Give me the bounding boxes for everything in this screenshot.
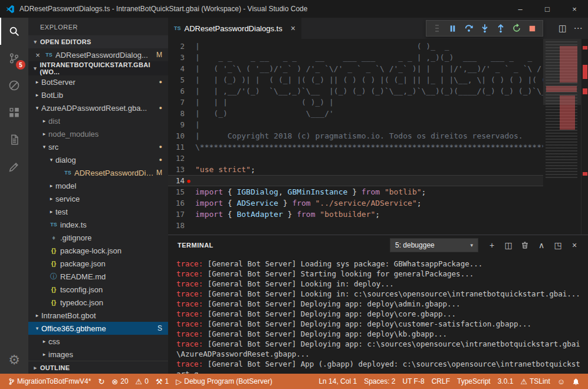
- step-out-button[interactable]: [492, 21, 508, 35]
- file-item[interactable]: ⓘREADME.md: [28, 270, 168, 283]
- folder-item[interactable]: ▸images: [28, 348, 168, 361]
- code-editor[interactable]: 2| ( )_ _ |3| _ _ _ __ _ _ __ ___ ___ _ …: [168, 39, 588, 235]
- file-item[interactable]: {}typedoc.json: [28, 296, 168, 309]
- drag-handle[interactable]: [429, 21, 445, 35]
- item-name: tsconfig.json: [60, 285, 103, 294]
- folder-item[interactable]: ▸BotLib: [28, 88, 168, 101]
- line-number: 6: [168, 87, 195, 95]
- feedback[interactable]: ☺: [554, 374, 569, 389]
- minimize-button[interactable]: –: [507, 0, 534, 18]
- more-actions-button[interactable]: ⋯: [570, 23, 586, 34]
- encoding[interactable]: UT F-8: [399, 374, 428, 389]
- outline-header[interactable]: ▸ OUTLINE: [28, 361, 168, 374]
- split-editor-button[interactable]: ◫: [555, 23, 570, 34]
- typescript-version[interactable]: 3.0.1: [494, 374, 517, 389]
- cursor-position[interactable]: Ln 14, Col 1: [315, 374, 360, 389]
- step-over-button[interactable]: [461, 21, 477, 35]
- code-line[interactable]: 13"use strict";: [168, 164, 543, 175]
- code-line[interactable]: 18: [168, 220, 543, 231]
- file-item[interactable]: {}tsconfig.json: [28, 283, 168, 296]
- warnings[interactable]: ⚠0: [132, 374, 152, 389]
- language-mode[interactable]: TypeScript: [454, 374, 494, 389]
- code-text: | _ _ _ __ _ _ __ ___ ___ _ _ | ,_)(_) _…: [195, 53, 543, 62]
- close-tab-icon[interactable]: ×: [291, 24, 295, 33]
- file-item[interactable]: ♦.gitignore: [28, 231, 168, 244]
- minimap[interactable]: [543, 39, 581, 235]
- folder-item[interactable]: ▾src●: [28, 140, 168, 153]
- folder-item[interactable]: ▸model: [28, 179, 168, 192]
- notifications[interactable]: [569, 374, 583, 389]
- search-icon[interactable]: [0, 18, 28, 45]
- errors[interactable]: ⊗20: [108, 374, 132, 389]
- minimap-slider[interactable]: [543, 39, 581, 105]
- close-editor-icon[interactable]: ×: [33, 51, 42, 60]
- step-into-button[interactable]: [477, 21, 492, 35]
- stop-button[interactable]: [524, 21, 540, 35]
- file-item[interactable]: TSADResetPasswordDial...M: [28, 166, 168, 179]
- code-line[interactable]: 4| ( '_`\ ( '__)/'_` ) /'_ `\/' _ ` _ `\…: [168, 63, 543, 74]
- code-line[interactable]: 5| | (_) )| | ( (_| |( (_) || ( ) ( ) |(…: [168, 74, 543, 85]
- code-line[interactable]: 14●: [168, 175, 543, 186]
- folder-item[interactable]: ▸BotServer●: [28, 75, 168, 88]
- close-button[interactable]: ×: [561, 0, 588, 18]
- code-line[interactable]: 9| |: [168, 119, 543, 130]
- folder-item[interactable]: ▸dist: [28, 114, 168, 127]
- code-line[interactable]: 11\*************************************…: [168, 141, 543, 153]
- sync-changes[interactable]: ↻: [94, 374, 108, 389]
- pause-button[interactable]: [445, 21, 461, 35]
- close-panel-button[interactable]: ×: [567, 238, 582, 252]
- line-number: 5: [168, 75, 195, 84]
- git-branch[interactable]: MigrationToBotFmwV4*: [5, 374, 94, 389]
- folder-item[interactable]: ▸css: [28, 335, 168, 348]
- indentation[interactable]: Spaces: 2: [360, 374, 399, 389]
- code-line[interactable]: 6| | ,__/'(_) `\__,_)`\__ |(_) (_) (_)`\…: [168, 85, 543, 97]
- code-line[interactable]: 15import { IGBDialog, GBMinInstance } fr…: [168, 186, 543, 197]
- debug-icon[interactable]: [0, 72, 28, 99]
- kill-terminal-button[interactable]: [517, 238, 533, 252]
- code-line[interactable]: 16import { ADService } from "../service/…: [168, 197, 543, 209]
- status-label: 1: [165, 377, 169, 385]
- tab-active[interactable]: TS ADResetPasswordDialogs.ts ×: [168, 18, 301, 39]
- open-editor-item[interactable]: ×TSADResetPasswordDialog...M: [28, 48, 168, 61]
- chevron-right-icon: ▸: [40, 131, 48, 137]
- folder-item[interactable]: ▾dialog●: [28, 153, 168, 166]
- maximize-panel-button[interactable]: ∧: [534, 238, 549, 252]
- code-line[interactable]: 7| | | ( )_) | |: [168, 97, 543, 108]
- source-control-icon[interactable]: 5: [0, 45, 28, 72]
- modified-dot-icon: ●: [159, 105, 162, 111]
- extensions-icon[interactable]: [0, 99, 28, 126]
- maximize-button[interactable]: □: [534, 0, 561, 18]
- code-line[interactable]: 3| _ _ _ __ _ _ __ ___ ___ _ _ | ,_)(_) …: [168, 52, 543, 63]
- code-line[interactable]: 8| (_) \___/' |: [168, 108, 543, 119]
- open-editors-header[interactable]: ▾ OPEN EDITORS: [28, 35, 168, 48]
- folder-item[interactable]: ▸service: [28, 192, 168, 205]
- code-line[interactable]: 17import { BotAdapter } from "botbuilder…: [168, 209, 543, 220]
- move-panel-button[interactable]: ◳: [550, 238, 566, 252]
- edit-icon[interactable]: [0, 153, 28, 180]
- file-item[interactable]: {}package.json: [28, 257, 168, 270]
- code-line[interactable]: 12: [168, 153, 543, 164]
- debug-launch[interactable]: ▷Debug Program (BotServer): [172, 374, 275, 389]
- restart-button[interactable]: [508, 21, 524, 35]
- terminal-selector[interactable]: 5: debuggee ▾: [390, 238, 478, 252]
- new-terminal-button[interactable]: +: [484, 238, 500, 252]
- workspace-header[interactable]: ▾ INTRANETBOTQUICKSTART.GBAI (WO...: [28, 61, 168, 75]
- split-terminal-button[interactable]: ◫: [501, 238, 516, 252]
- eol-sequence[interactable]: CRLF: [428, 374, 454, 389]
- code-line[interactable]: 2| ( )_ _ |: [168, 41, 543, 52]
- folder-item[interactable]: ▾AzureADPasswordReset.gba...●: [28, 101, 168, 114]
- terminal-tab[interactable]: TERMINAL: [178, 242, 213, 249]
- terminal-output[interactable]: trace: [General Bot Server] Loading sys …: [168, 255, 588, 374]
- settings-gear-icon[interactable]: ⚙: [0, 347, 28, 374]
- folder-item[interactable]: ▸test: [28, 205, 168, 218]
- folder-item[interactable]: ▾Office365.gbthemeS: [28, 322, 168, 335]
- code-line[interactable]: 10| Copyright 2018 (c) pragmatismo.io. T…: [168, 130, 543, 141]
- file-item[interactable]: {}package-lock.json: [28, 244, 168, 257]
- tslint-status[interactable]: ⚠TSLint: [517, 374, 553, 389]
- files-icon[interactable]: [0, 126, 28, 153]
- code-token: ADService: [236, 199, 278, 207]
- folder-item[interactable]: ▸IntranetBot.gbot: [28, 309, 168, 322]
- folder-item[interactable]: ▸node_modules: [28, 127, 168, 140]
- file-item[interactable]: TSindex.ts: [28, 218, 168, 231]
- running-tasks[interactable]: ⚒1: [152, 374, 172, 389]
